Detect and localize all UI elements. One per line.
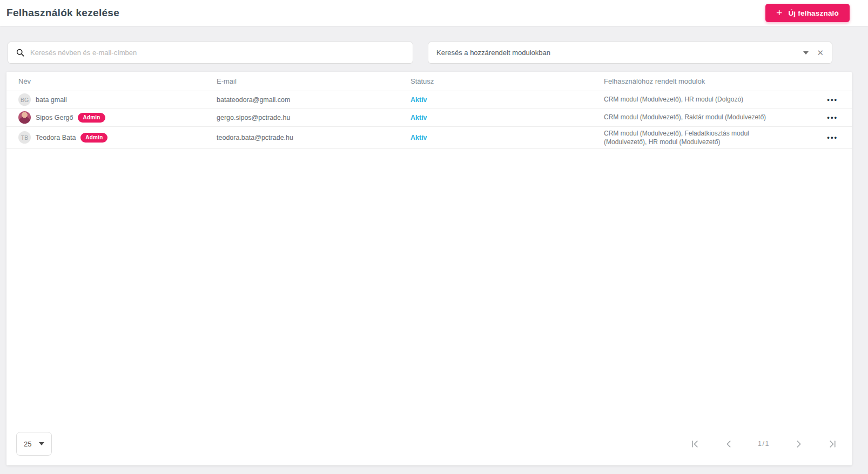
next-page-button[interactable]	[793, 439, 804, 449]
avatar-photo	[18, 111, 31, 124]
filter-row: Keresés a hozzárendelt modulokban ✕	[0, 26, 868, 72]
user-email: batateodora@gmail.com	[212, 91, 406, 109]
column-header-email: E-mail	[212, 72, 406, 91]
admin-badge: Admin	[78, 113, 105, 123]
last-page-icon	[829, 440, 837, 448]
table-row: BG bata gmail batateodora@gmail.com Aktí…	[6, 91, 852, 109]
avatar: BG	[18, 93, 31, 106]
table-footer: 25 1/1	[6, 424, 852, 465]
user-modules: CRM modul (Modulvezető), HR modul (Dolgo…	[604, 95, 792, 104]
user-email: teodora.bata@pctrade.hu	[212, 126, 406, 148]
status-badge: Aktív	[411, 134, 427, 141]
column-header-name: Név	[6, 72, 212, 91]
user-modules: CRM modul (Modulvezető), Feladatkiosztás…	[604, 129, 792, 146]
column-header-modules: Felhasználóhoz rendelt modulok	[600, 72, 797, 91]
row-actions-button[interactable]: •••	[827, 114, 838, 121]
user-name: Teodora Bata	[36, 134, 76, 141]
user-email: gergo.sipos@pctrade.hu	[212, 109, 406, 126]
modules-filter-dropdown[interactable]: Keresés a hozzárendelt modulokban ✕	[428, 42, 832, 64]
search-icon	[16, 49, 24, 57]
first-page-icon	[691, 440, 699, 448]
user-name: bata gmail	[36, 96, 67, 104]
name-email-search-field[interactable]	[8, 42, 413, 64]
chevron-down-icon	[39, 442, 44, 445]
modules-filter-label: Keresés a hozzárendelt modulokban	[436, 49, 550, 57]
table-row: TB Teodora Bata Admin teodora.bata@pctra…	[6, 126, 852, 148]
page-indicator: 1/1	[758, 440, 770, 448]
new-user-button-label: Új felhasználó	[788, 9, 839, 17]
users-table: Név E-mail Státusz Felhasználóhoz rendel…	[6, 72, 852, 149]
plus-icon: +	[776, 8, 782, 18]
admin-badge: Admin	[80, 133, 107, 143]
row-actions-button[interactable]: •••	[827, 96, 838, 103]
chevron-down-icon	[803, 51, 809, 55]
search-input[interactable]	[30, 49, 405, 57]
table-row: Sipos Gergő Admin gergo.sipos@pctrade.hu…	[6, 109, 852, 126]
page-size-value: 25	[24, 440, 31, 448]
page-size-select[interactable]: 25	[16, 432, 52, 456]
users-table-card: Név E-mail Státusz Felhasználóhoz rendel…	[6, 72, 852, 465]
status-badge: Aktív	[411, 96, 427, 104]
table-header-row: Név E-mail Státusz Felhasználóhoz rendel…	[6, 72, 852, 91]
status-badge: Aktív	[411, 114, 427, 121]
chevron-left-icon	[725, 440, 733, 448]
clear-filter-icon[interactable]: ✕	[817, 49, 824, 57]
user-modules: CRM modul (Modulvezető), Raktár modul (M…	[604, 113, 792, 121]
column-header-status: Státusz	[406, 72, 600, 91]
previous-page-button[interactable]	[724, 439, 734, 449]
last-page-button[interactable]	[827, 439, 838, 449]
top-bar: Felhasználók kezelése + Új felhasználó	[0, 0, 868, 26]
pager: 1/1	[690, 439, 838, 449]
page-title: Felhasználók kezelése	[6, 7, 119, 19]
chevron-right-icon	[795, 440, 803, 448]
user-name: Sipos Gergő	[36, 114, 73, 121]
column-header-actions	[797, 72, 852, 91]
avatar: TB	[18, 131, 31, 144]
row-actions-button[interactable]: •••	[827, 134, 838, 141]
new-user-button[interactable]: + Új felhasználó	[765, 4, 850, 22]
first-page-button[interactable]	[690, 439, 700, 449]
